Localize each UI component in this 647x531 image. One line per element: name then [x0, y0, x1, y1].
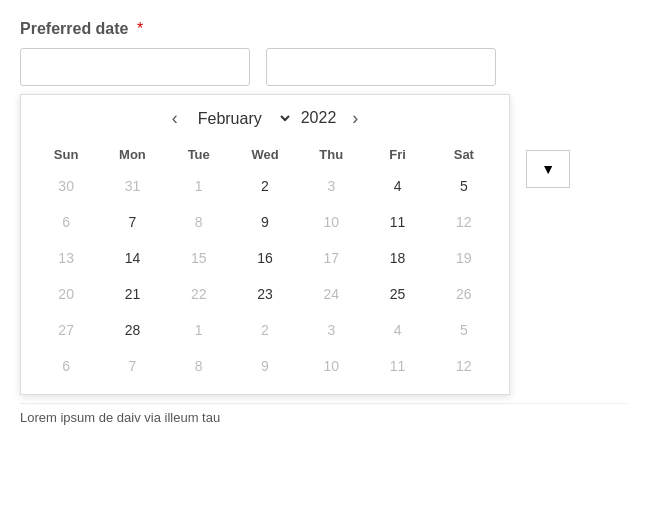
calendar-day[interactable]: 8 [166, 206, 232, 238]
calendar-day[interactable]: 1 [166, 314, 232, 346]
time-input[interactable] [266, 48, 496, 86]
calendar-day[interactable]: 28 [99, 314, 165, 346]
time-dropdown-button[interactable]: ▼ [526, 150, 570, 188]
calendar-day[interactable]: 4 [364, 314, 430, 346]
calendar-day[interactable]: 31 [99, 170, 165, 202]
required-marker: * [137, 20, 143, 37]
calendar-day[interactable]: 30 [33, 170, 99, 202]
calendar-day[interactable]: 25 [364, 278, 430, 310]
calendar-day[interactable]: 7 [99, 206, 165, 238]
calendar-day[interactable]: 7 [99, 350, 165, 382]
bottom-text: Lorem ipsum de daiv via illeum tau [20, 403, 627, 425]
calendar-day[interactable]: 19 [431, 242, 497, 274]
month-select[interactable]: January February March April May June Ju… [194, 109, 293, 128]
calendar-day[interactable]: 11 [364, 350, 430, 382]
calendar-day[interactable]: 12 [431, 206, 497, 238]
calendar-day[interactable]: 18 [364, 242, 430, 274]
calendar-year: 2022 [301, 109, 337, 127]
calendar-day[interactable]: 3 [298, 170, 364, 202]
calendar-day[interactable]: 22 [166, 278, 232, 310]
calendar-day[interactable]: 16 [232, 242, 298, 274]
field-label-row: Preferred date * [20, 20, 627, 38]
calendar-day[interactable]: 8 [166, 350, 232, 382]
calendar-days: 3031123456789101112131415161718192021222… [33, 170, 497, 382]
calendar-day[interactable]: 4 [364, 170, 430, 202]
calendar-grid: Sun Mon Tue Wed Thu Fri Sat [33, 143, 497, 170]
dropdown-arrow-icon: ▼ [541, 161, 555, 177]
calendar-day[interactable]: 10 [298, 206, 364, 238]
calendar-day[interactable]: 1 [166, 170, 232, 202]
calendar-day[interactable]: 14 [99, 242, 165, 274]
calendar-header: ‹ January February March April May June … [33, 107, 497, 129]
calendar-day[interactable]: 20 [33, 278, 99, 310]
input-row [20, 48, 627, 86]
day-header-sat: Sat [431, 143, 497, 170]
calendar-day[interactable]: 21 [99, 278, 165, 310]
field-label: Preferred date [20, 20, 129, 37]
next-month-button[interactable]: › [344, 107, 366, 129]
calendar-day[interactable]: 24 [298, 278, 364, 310]
calendar: ‹ January February March April May June … [20, 94, 510, 395]
prev-month-button[interactable]: ‹ [164, 107, 186, 129]
calendar-day[interactable]: 3 [298, 314, 364, 346]
preferred-date-section: Preferred date * ‹ January February Marc… [20, 20, 627, 425]
calendar-day[interactable]: 9 [232, 350, 298, 382]
calendar-day[interactable]: 23 [232, 278, 298, 310]
calendar-day[interactable]: 26 [431, 278, 497, 310]
calendar-day[interactable]: 9 [232, 206, 298, 238]
calendar-day[interactable]: 15 [166, 242, 232, 274]
calendar-day[interactable]: 6 [33, 350, 99, 382]
calendar-day[interactable]: 2 [232, 170, 298, 202]
calendar-day[interactable]: 17 [298, 242, 364, 274]
calendar-day[interactable]: 5 [431, 314, 497, 346]
day-header-mon: Mon [99, 143, 165, 170]
day-header-wed: Wed [232, 143, 298, 170]
calendar-day[interactable]: 27 [33, 314, 99, 346]
calendar-day[interactable]: 5 [431, 170, 497, 202]
day-header-sun: Sun [33, 143, 99, 170]
calendar-day[interactable]: 10 [298, 350, 364, 382]
calendar-day[interactable]: 2 [232, 314, 298, 346]
time-dropdown-area: ▼ [526, 150, 570, 188]
calendar-day[interactable]: 13 [33, 242, 99, 274]
calendar-day[interactable]: 12 [431, 350, 497, 382]
day-header-tue: Tue [166, 143, 232, 170]
day-header-thu: Thu [298, 143, 364, 170]
calendar-day[interactable]: 11 [364, 206, 430, 238]
day-header-fri: Fri [364, 143, 430, 170]
calendar-day[interactable]: 6 [33, 206, 99, 238]
date-input[interactable] [20, 48, 250, 86]
